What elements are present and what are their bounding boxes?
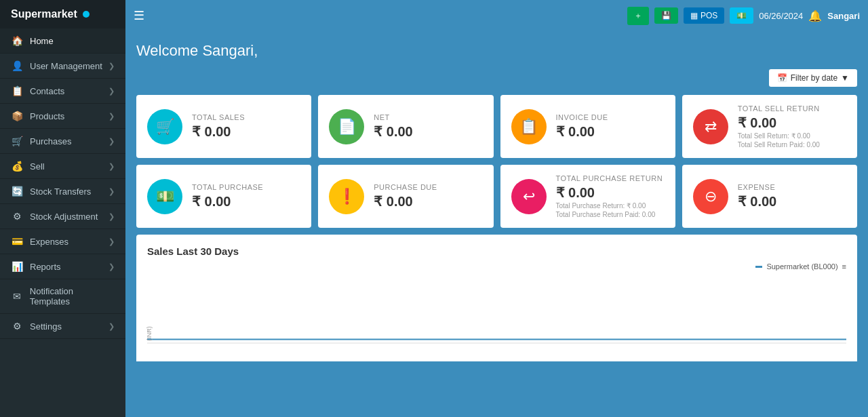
card-total-purchase-return: ↩ TOTAL PURCHASE RETURN ₹ 0.00 Total Pur… <box>500 165 675 228</box>
cards-row-2: 💵 TOTAL PURCHASE ₹ 0.00 ❗ PURCHASE DUE ₹… <box>136 165 857 228</box>
save-button[interactable]: 💾 <box>654 7 678 24</box>
bell-icon[interactable]: 🔔 <box>808 9 822 22</box>
chart-svg <box>147 276 846 351</box>
sidebar-item-label: Notification Templates <box>30 286 115 306</box>
sidebar-item-left: 👤 User Management <box>11 60 102 71</box>
sidebar-item-stock-transfers[interactable]: 🔄 Stock Transfers ❯ <box>0 179 125 204</box>
expense-icon-wrap: ⊖ <box>693 179 728 214</box>
invoice-due-icon-wrap: 📋 <box>511 109 547 144</box>
total-purchase-return-icon-wrap: ↩ <box>511 179 547 214</box>
legend-color-dot <box>755 266 762 268</box>
topbar: ☰ ＋ 💾 ▦ POS 💵 06/26/2024 🔔 Sangari <box>125 0 868 31</box>
net-label: NET <box>374 113 482 121</box>
cash-button[interactable]: 💵 <box>730 7 753 24</box>
pos-button[interactable]: ▦ POS <box>684 7 724 24</box>
stock-transfers-icon: 🔄 <box>11 186 23 197</box>
chevron-right-icon: ❯ <box>108 262 115 271</box>
invoice-due-label: INVOICE DUE <box>556 113 665 121</box>
home-icon: 🏠 <box>11 35 23 46</box>
total-sales-value: ₹ 0.00 <box>192 123 300 140</box>
sidebar-item-left: ⚙ Settings <box>11 321 62 332</box>
chevron-right-icon: ❯ <box>108 187 115 196</box>
chevron-right-icon: ❯ <box>108 62 115 71</box>
plus-icon: ＋ <box>634 10 642 22</box>
topbar-date: 06/26/2024 <box>759 11 803 21</box>
total-purchase-value: ₹ 0.00 <box>192 193 300 210</box>
sidebar-item-left: 📦 Products <box>11 111 64 121</box>
chart-legend: Supermarket (BL000) ≡ <box>755 262 846 271</box>
chevron-right-icon: ❯ <box>108 237 115 246</box>
sidebar-item-notification-templates[interactable]: ✉ Notification Templates <box>0 279 125 314</box>
cash-icon: 💵 <box>736 11 747 20</box>
total-purchase-label: TOTAL PURCHASE <box>192 183 300 191</box>
menu-icon[interactable]: ☰ <box>134 8 144 23</box>
card-purchase-due: ❗ PURCHASE DUE ₹ 0.00 <box>318 165 493 228</box>
chart-section: Sales Last 30 Days Supermarket (BL000) ≡… <box>136 235 857 361</box>
total-purchase-icon: 💵 <box>156 188 174 205</box>
filter-chevron-icon: ▼ <box>841 73 849 83</box>
expenses-icon: 💳 <box>11 236 23 247</box>
topbar-left: ☰ <box>134 8 144 23</box>
y-axis-label: (INR) <box>146 326 153 341</box>
card-sub2: Total Sell Return Paid: 0.00 <box>738 141 846 148</box>
app-name: Supermarket <box>11 8 77 20</box>
total-sales-icon: 🛒 <box>156 118 174 136</box>
filter-label: Filter by date <box>791 73 837 83</box>
purchase-due-value: ₹ 0.00 <box>374 193 482 210</box>
chart-title: Sales Last 30 Days <box>147 245 846 257</box>
reports-icon: 📊 <box>11 261 23 272</box>
sidebar-item-home[interactable]: 🏠 Home <box>0 28 125 54</box>
total-sell-return-info: TOTAL SELL RETURN ₹ 0.00 Total Sell Retu… <box>738 104 846 148</box>
sidebar-item-left: 💰 Sell <box>11 161 45 172</box>
invoice-due-info: INVOICE DUE ₹ 0.00 <box>556 113 665 140</box>
sidebar-item-stock-adjustment[interactable]: ⚙ Stock Adjustment ❯ <box>0 204 125 229</box>
sidebar-nav: 🏠 Home 👤 User Management ❯ 📋 Contacts ❯ … <box>0 28 125 339</box>
total-sell-return-value: ₹ 0.00 <box>738 115 846 131</box>
sidebar-item-user-management[interactable]: 👤 User Management ❯ <box>0 54 125 79</box>
legend-label: Supermarket (BL000) <box>766 262 837 271</box>
total-sell-return-icon-wrap: ⇄ <box>693 109 728 144</box>
sidebar-item-expenses[interactable]: 💳 Expenses ❯ <box>0 229 125 254</box>
total-sales-icon-wrap: 🛒 <box>147 109 182 144</box>
total-sales-info: TOTAL SALES ₹ 0.00 <box>192 113 300 140</box>
sidebar: Supermarket 🏠 Home 👤 User Management ❯ 📋… <box>0 0 125 417</box>
net-icon-wrap: 📄 <box>329 109 364 144</box>
sidebar-item-label: Purchases <box>30 136 71 146</box>
chevron-right-icon: ❯ <box>108 212 115 221</box>
sidebar-item-reports[interactable]: 📊 Reports ❯ <box>0 254 125 279</box>
sidebar-item-label: Sell <box>30 161 45 172</box>
total-purchase-return-icon: ↩ <box>523 188 535 205</box>
sidebar-item-label: Stock Transfers <box>30 186 91 197</box>
expense-icon: ⊖ <box>705 188 717 205</box>
purchase-due-label: PURCHASE DUE <box>374 183 482 191</box>
products-icon: 📦 <box>11 111 23 121</box>
sidebar-item-label: User Management <box>30 61 102 71</box>
net-info: NET ₹ 0.00 <box>374 113 482 140</box>
add-button[interactable]: ＋ <box>627 7 649 25</box>
main-content: ☰ ＋ 💾 ▦ POS 💵 06/26/2024 🔔 Sangari Welco… <box>125 0 868 417</box>
sidebar-item-left: ✉ Notification Templates <box>11 286 115 306</box>
total-purchase-return-value: ₹ 0.00 <box>556 184 665 201</box>
sidebar-item-products[interactable]: 📦 Products ❯ <box>0 104 125 129</box>
sidebar-item-contacts[interactable]: 📋 Contacts ❯ <box>0 79 125 104</box>
stock-adjustment-icon: ⚙ <box>11 211 23 222</box>
sell-icon: 💰 <box>11 161 23 172</box>
card-total-sales: 🛒 TOTAL SALES ₹ 0.00 <box>136 95 311 158</box>
invoice-due-value: ₹ 0.00 <box>556 123 665 140</box>
content-area: Welcome Sangari, 📅 Filter by date ▼ 🛒 TO… <box>125 31 868 417</box>
net-icon: 📄 <box>338 118 356 136</box>
filter-by-date-button[interactable]: 📅 Filter by date ▼ <box>769 69 857 87</box>
cards-row-1: 🛒 TOTAL SALES ₹ 0.00 📄 NET ₹ 0.00 📋 INVO… <box>136 95 857 158</box>
chart-area: Supermarket (BL000) ≡ (INR) <box>147 262 846 351</box>
expense-value: ₹ 0.00 <box>738 193 846 210</box>
sidebar-logo: Supermarket <box>0 0 125 28</box>
sidebar-item-label: Settings <box>30 321 62 332</box>
sidebar-item-sell[interactable]: 💰 Sell ❯ <box>0 154 125 179</box>
sidebar-item-purchases[interactable]: 🛒 Purchases ❯ <box>0 129 125 154</box>
logo-dot <box>83 11 90 18</box>
sidebar-item-label: Products <box>30 111 64 121</box>
contacts-icon: 📋 <box>11 85 23 96</box>
total-sell-return-label: TOTAL SELL RETURN <box>738 104 846 113</box>
sidebar-item-settings[interactable]: ⚙ Settings ❯ <box>0 314 125 339</box>
chevron-right-icon: ❯ <box>108 137 115 146</box>
